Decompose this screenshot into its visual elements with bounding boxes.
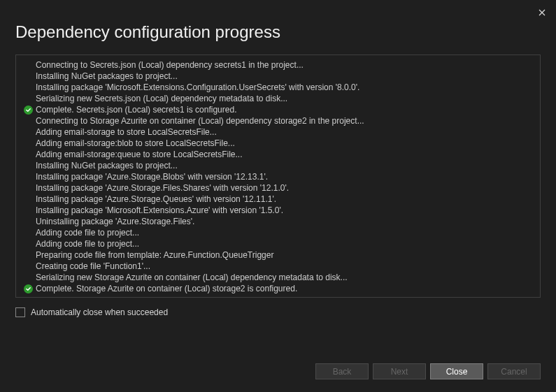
log-line: Adding code file to project...: [20, 227, 536, 238]
log-line: Adding email-storage:blob to store Local…: [20, 138, 536, 149]
log-text: Connecting to Storage Azurite on contain…: [36, 115, 364, 126]
log-text: Adding code file to project...: [36, 238, 139, 249]
log-line: Complete. Storage Azurite on container (…: [20, 283, 536, 294]
log-text: Installing package 'Azure.Storage.Queues…: [36, 194, 276, 205]
log-text: Adding code file to project...: [36, 227, 139, 238]
log-text: Adding email-storage to store LocalSecre…: [36, 126, 217, 138]
log-text: Connecting to Secrets.json (Local) depen…: [36, 59, 304, 71]
log-line: Creating code file 'Function1'...: [20, 261, 536, 272]
log-text: Installing package 'Microsoft.Extensions…: [36, 205, 283, 216]
log-line: Adding email-storage to store LocalSecre…: [20, 126, 536, 138]
back-button[interactable]: Back: [315, 363, 369, 379]
log-text: Adding email-storage:blob to store Local…: [36, 138, 235, 149]
log-line: Serializing new Storage Azurite on conta…: [20, 272, 536, 283]
auto-close-checkbox[interactable]: [15, 307, 25, 317]
log-line: Installing package 'Azure.Storage.Blobs'…: [20, 171, 536, 182]
log-line: Uninstalling package 'Azure.Storage.File…: [20, 216, 536, 227]
log-line: Adding email-storage:queue to store Loca…: [20, 149, 536, 160]
log-line: Complete. Secrets.json (Local) secrets1 …: [20, 104, 536, 115]
close-button[interactable]: Close: [430, 363, 483, 379]
progress-log: Connecting to Secrets.json (Local) depen…: [15, 55, 541, 298]
auto-close-label: Automatically close when succeeded: [31, 307, 168, 317]
log-text: Preparing code file from template: Azure…: [36, 249, 273, 261]
log-text: Installing NuGet packages to project...: [36, 71, 178, 82]
log-line: Installing package 'Azure.Storage.Files.…: [20, 182, 536, 194]
log-line: Installing NuGet packages to project...: [20, 71, 536, 82]
log-line: Connecting to Secrets.json (Local) depen…: [20, 59, 536, 71]
log-line: Serializing new Secrets.json (Local) dep…: [20, 93, 536, 104]
log-text: Complete. Storage Azurite on container (…: [36, 283, 297, 294]
button-row: Back Next Close Cancel: [315, 363, 541, 379]
log-line: Adding code file to project...: [20, 238, 536, 249]
log-text: Installing package 'Azure.Storage.Files.…: [36, 182, 289, 194]
cancel-button[interactable]: Cancel: [487, 363, 541, 379]
log-text: Serializing new Storage Azurite on conta…: [36, 272, 348, 283]
log-text: Uninstalling package 'Azure.Storage.File…: [36, 216, 194, 227]
log-text: Creating code file 'Function1'...: [36, 261, 150, 272]
auto-close-option[interactable]: Automatically close when succeeded: [15, 307, 541, 317]
page-title: Dependency configuration progress: [0, 0, 556, 55]
dialog: Dependency configuration progress Connec…: [0, 0, 556, 392]
log-line: Installing package 'Microsoft.Extensions…: [20, 205, 536, 216]
close-icon[interactable]: [534, 4, 550, 21]
log-line: Installing package 'Azure.Storage.Queues…: [20, 194, 536, 205]
success-icon: [20, 284, 36, 293]
log-line: Connecting to Storage Azurite on contain…: [20, 115, 536, 126]
log-text: Serializing new Secrets.json (Local) dep…: [36, 93, 287, 104]
log-text: Installing NuGet packages to project...: [36, 160, 178, 171]
log-line: Installing package 'Microsoft.Extensions…: [20, 82, 536, 93]
log-text: Installing package 'Azure.Storage.Blobs'…: [36, 171, 268, 182]
log-line: Preparing code file from template: Azure…: [20, 249, 536, 261]
log-text: Adding email-storage:queue to store Loca…: [36, 149, 243, 160]
log-text: Installing package 'Microsoft.Extensions…: [36, 82, 359, 93]
log-line: Installing NuGet packages to project...: [20, 160, 536, 171]
log-text: Complete. Secrets.json (Local) secrets1 …: [36, 104, 236, 115]
success-icon: [20, 106, 36, 115]
next-button[interactable]: Next: [373, 363, 426, 379]
